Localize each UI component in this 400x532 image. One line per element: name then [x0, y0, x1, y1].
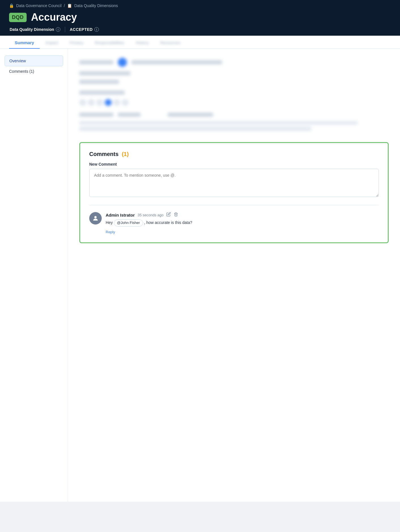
comment-header: Admin Istrator 35 seconds ago: [106, 212, 379, 218]
mention-tag[interactable]: @John Fisher: [114, 219, 143, 227]
new-comment-label: New Comment: [89, 162, 379, 166]
comment-time: 35 seconds ago: [138, 213, 164, 217]
dqd-badge: DQD: [9, 13, 27, 22]
edit-icon[interactable]: [166, 212, 171, 218]
reply-link[interactable]: Reply: [106, 230, 115, 234]
database-icon: 📋: [67, 3, 72, 8]
blurred-section2: [79, 91, 389, 106]
tab-resources[interactable]: Resources: [154, 36, 186, 48]
svg-point-0: [94, 216, 97, 218]
comment-body: Admin Istrator 35 seconds ago: [106, 212, 379, 234]
page-title: Accuracy: [31, 11, 77, 23]
tab-summary[interactable]: Summary: [9, 36, 40, 48]
delete-icon[interactable]: [174, 212, 178, 218]
tabs-bar: Summary Impact Privacy Responsibilities …: [0, 36, 400, 49]
page-meta: Data Quality Dimension i ACCEPTED i: [9, 27, 391, 32]
tab-responsibilities[interactable]: Responsibilities: [89, 36, 130, 48]
breadcrumb-child[interactable]: Data Quality Dimensions: [74, 3, 118, 8]
left-sidebar: Overview Comments (1): [0, 49, 68, 502]
comment-text: Hey @John Fisher , how accurate is this …: [106, 219, 379, 227]
breadcrumb: 🔒 Data Governance Council / 📋 Data Quali…: [9, 3, 391, 8]
type-info-icon[interactable]: i: [56, 27, 60, 32]
governance-icon: 🔒: [9, 3, 14, 8]
sidebar-item-comments[interactable]: Comments (1): [5, 66, 63, 76]
tab-impact[interactable]: Impact: [40, 36, 64, 48]
main-content: Summary Impact Privacy Responsibilities …: [0, 36, 400, 502]
tab-privacy[interactable]: Privacy: [64, 36, 89, 48]
breadcrumb-parent[interactable]: Data Governance Council: [16, 3, 61, 8]
commenter-name: Admin Istrator: [106, 213, 135, 217]
sidebar-item-overview[interactable]: Overview: [5, 55, 63, 66]
right-content: Comments (1) New Comment: [68, 49, 400, 502]
meta-divider: [65, 27, 65, 32]
comments-divider: [89, 205, 379, 205]
tab-history[interactable]: History: [130, 36, 155, 48]
avatar: [89, 212, 102, 225]
top-navigation: 🔒 Data Governance Council / 📋 Data Quali…: [0, 0, 400, 36]
content-wrapper: Overview Comments (1): [0, 49, 400, 502]
type-label: Data Quality Dimension i: [10, 27, 60, 32]
breadcrumb-separator: /: [64, 3, 65, 8]
comment-actions: [166, 212, 178, 218]
blurred-overview: [79, 58, 389, 84]
status-info-icon[interactable]: i: [94, 27, 99, 32]
page-header: DQD Accuracy: [9, 11, 391, 23]
comments-title: Comments (1): [89, 151, 379, 157]
comments-section: Comments (1) New Comment: [79, 142, 389, 243]
comments-count: (1): [122, 151, 129, 157]
comment-input[interactable]: [89, 169, 379, 197]
status-badge: ACCEPTED i: [70, 27, 99, 32]
blurred-section3: [79, 113, 389, 131]
comment-entry: Admin Istrator 35 seconds ago: [89, 212, 379, 234]
